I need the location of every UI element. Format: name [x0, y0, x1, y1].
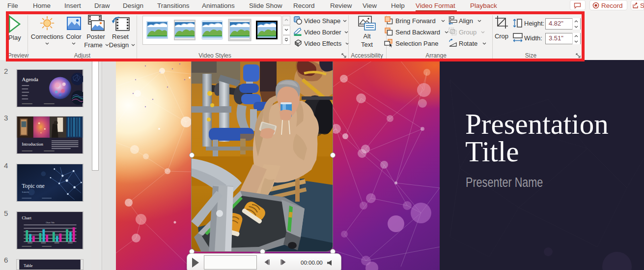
svg-text:Agenda: Agenda	[22, 76, 39, 82]
svg-text:Chart Title: Chart Title	[46, 221, 55, 224]
svg-text:Table: Table	[24, 264, 32, 268]
svg-text:Subtitle: Subtitle	[22, 191, 29, 193]
svg-text:Introduction: Introduction	[22, 142, 44, 147]
svg-text:Topic one: Topic one	[22, 183, 45, 189]
svg-text:Chart: Chart	[22, 215, 32, 220]
